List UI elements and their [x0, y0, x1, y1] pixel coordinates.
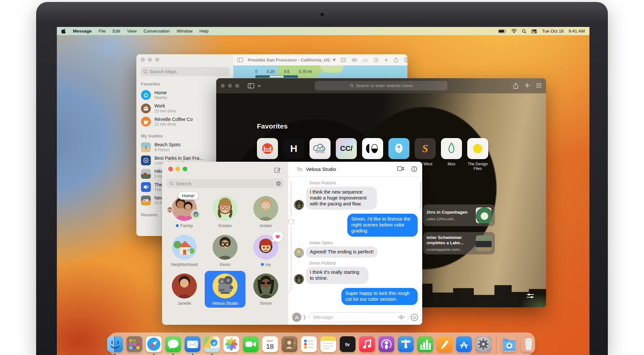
emoji-icon[interactable] [411, 314, 418, 321]
favorite-tile-cc-slash-logo[interactable]: CC/ [336, 138, 357, 159]
imessage-input[interactable]: iMessage [309, 312, 408, 322]
info-icon[interactable] [411, 166, 417, 172]
favorite-tile-black-ovals-logo[interactable] [362, 138, 383, 159]
clear-search-icon[interactable] [276, 181, 281, 186]
dock-item-finder[interactable] [107, 336, 123, 352]
dock-item-messages[interactable] [165, 336, 181, 352]
messages-search-input[interactable]: Search [167, 179, 284, 188]
contact-velosa-studio[interactable]: Velosa Studio [205, 271, 245, 308]
dock-item-launchpad[interactable] [126, 336, 142, 352]
app-menu-title[interactable]: Message [73, 29, 92, 34]
safari-address-bar[interactable]: Search or enter website name [315, 81, 448, 90]
maps-search-input[interactable]: Search Maps [140, 67, 229, 76]
contact-family[interactable]: Home!Family [164, 193, 205, 230]
spotlight-search-icon[interactable] [522, 29, 526, 34]
menu-item-help[interactable]: Help [199, 29, 209, 34]
contact-janelle[interactable]: Janelle [164, 271, 205, 308]
apple-menu-icon[interactable] [61, 28, 66, 34]
contact-ivy[interactable]: Ivy [245, 232, 286, 269]
sent-message-bubble[interactable]: Simon, I'd like to finesse the night sce… [347, 214, 418, 237]
dock-item-contacts[interactable] [282, 336, 297, 352]
dock-item-music[interactable] [359, 336, 375, 352]
menu-item-file[interactable]: File [99, 29, 106, 34]
zoom-button[interactable] [183, 167, 187, 171]
customize-page-icon[interactable] [526, 293, 534, 299]
reading-list-card[interactable]: 2hrs in Copenhagenuides.12hrs.net/... [423, 204, 495, 226]
chevron-down-icon[interactable] [258, 85, 261, 87]
favorite-tile-blue-pin-logo[interactable] [388, 138, 409, 159]
wifi-icon[interactable] [511, 29, 517, 33]
safari-window-controls[interactable] [221, 84, 239, 88]
dock-item-keynote[interactable] [398, 336, 414, 352]
contact-neighborhood[interactable]: Neighborhood [164, 232, 205, 269]
received-message-bubble[interactable]: Agreed! The ending is perfect! [306, 247, 378, 258]
dock-item-tv[interactable]: tv [340, 336, 356, 352]
map-mode-icon[interactable] [341, 58, 346, 62]
contact-simon[interactable]: Simon [245, 271, 286, 308]
share-icon[interactable] [394, 57, 398, 62]
dock-item-settings[interactable] [475, 336, 491, 352]
received-message-bubble[interactable]: I think the new sequence made a huge imp… [306, 187, 377, 210]
contact-kristen[interactable]: Kristen [205, 193, 245, 230]
favorite-tile-high-wind-cloud-logo[interactable]: HIGH WIND [310, 138, 331, 159]
audio-waveform-icon[interactable] [398, 315, 405, 320]
favorite-tile-yellow-circle-logo[interactable]: The DesignFiles [467, 138, 488, 159]
dock-item-app-store[interactable] [456, 336, 472, 352]
dock-item-pages[interactable] [437, 336, 452, 352]
maps-window-controls[interactable] [141, 58, 159, 62]
received-message-bubble[interactable]: I think it's really starting to shine. [306, 267, 368, 284]
dock-item-safari[interactable] [146, 336, 162, 352]
menu-item-view[interactable]: View [127, 29, 137, 34]
sidebar-icon[interactable] [248, 83, 254, 88]
dock-item-photos[interactable] [223, 336, 239, 352]
menubar-clock[interactable]: 9:41 AM [568, 29, 585, 34]
dock-item-numbers[interactable] [417, 336, 433, 352]
new-tab-icon[interactable] [525, 83, 530, 89]
dock-item-notes[interactable] [320, 336, 336, 352]
dock-item-maps[interactable] [204, 336, 220, 352]
tab-overview-icon[interactable] [536, 83, 541, 89]
reading-list-card[interactable]: telier Schwimmerompletes a Lake...zurema… [423, 232, 495, 254]
favorite-tile-bridge-logo[interactable] [257, 138, 278, 159]
menu-item-conversation[interactable]: Conversation [144, 29, 170, 34]
dock-item-calendar[interactable]: OCT18 [262, 336, 278, 352]
compose-icon[interactable] [274, 167, 281, 174]
share-icon[interactable] [513, 83, 518, 89]
add-icon[interactable] [384, 58, 388, 62]
favorite-tile-green-droplet-logo[interactable]: Moo [441, 138, 462, 159]
maps-icon [204, 336, 220, 352]
favorite-tile-letter-h-logo[interactable]: H [283, 138, 304, 159]
maps-toolbar[interactable]: Presidio San Francisco - California, US … [233, 54, 407, 65]
dock-item-mail[interactable] [185, 336, 200, 352]
3d-view-button[interactable]: 3D [352, 58, 357, 62]
photo-man-sunglasses [294, 274, 304, 284]
menu-item-edit[interactable]: Edit [113, 29, 120, 34]
dock-item-podcasts[interactable] [379, 336, 394, 352]
expand-apps-chevron-icon[interactable]: ❯ [303, 315, 307, 320]
dock-item-facetime[interactable] [243, 336, 259, 352]
messages-window: Search Home!FamilyKristenAmberNeighborho… [162, 162, 422, 325]
account-icon[interactable] [404, 57, 407, 62]
app-store-icon[interactable] [292, 313, 301, 322]
dock-item-trash[interactable] [521, 336, 537, 352]
menu-item-window[interactable]: Window [177, 29, 193, 34]
binoculars-icon[interactable] [362, 58, 368, 62]
directions-icon[interactable] [374, 58, 379, 62]
menubar-date[interactable]: Tue Oct 18 [542, 29, 564, 34]
control-center-icon[interactable] [531, 29, 537, 33]
close-button[interactable] [168, 167, 173, 171]
maps-location-title[interactable]: Presidio San Francisco - California, US [248, 58, 336, 62]
contact-amber[interactable]: Amber [245, 193, 286, 230]
video-call-icon[interactable] [397, 166, 404, 172]
messages-window-controls[interactable] [168, 167, 187, 171]
favorite-tile-orange-s-logo[interactable]: Sari West [415, 138, 436, 159]
safari-toolbar[interactable]: Search or enter website name [216, 78, 546, 93]
sent-message-bubble[interactable]: Super happy to lock this rough cut for o… [341, 288, 418, 305]
contact-kevin[interactable]: Kevin [205, 232, 245, 269]
scrollbar[interactable] [420, 181, 421, 209]
sidebar-toggle-icon[interactable] [237, 58, 243, 62]
minimize-button[interactable] [175, 167, 180, 171]
dock-item-downloads[interactable] [501, 336, 517, 352]
dock-item-reminders[interactable] [301, 336, 317, 352]
battery-icon[interactable] [498, 29, 506, 33]
